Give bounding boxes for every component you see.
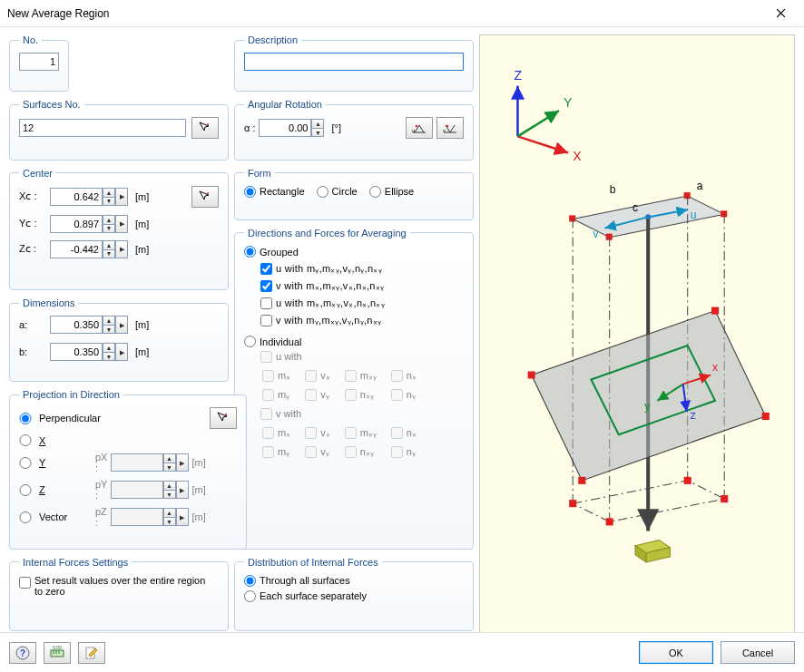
surfaces-input[interactable] (19, 119, 186, 137)
zc-spin-up[interactable]: ▲ (103, 240, 115, 249)
no-input[interactable] (19, 53, 59, 71)
v-nx-check[interactable]: nₓ (391, 427, 417, 439)
svg-text:x: x (712, 361, 718, 374)
mode-grouped-radio[interactable]: Grouped (244, 246, 455, 258)
zc-aux-button[interactable]: ▶ (115, 240, 128, 258)
py-spin-up[interactable]: ▲ (163, 481, 176, 490)
xc-spin-down[interactable]: ▼ (103, 197, 115, 206)
form-group: Form Rectangle Circle Ellipse (234, 168, 474, 220)
svg-marker-31 (532, 311, 766, 481)
b-spin-down[interactable]: ▼ (103, 352, 115, 361)
individual-u-check[interactable]: u with (260, 351, 302, 363)
orient-v-button[interactable]: v (436, 117, 464, 139)
grouped-check-2[interactable]: v with mₓ,mₓᵧ,vₓ,nₓ,nₓᵧ (260, 280, 455, 292)
ifs-zero-check[interactable]: Set result values over the entire region… (19, 575, 210, 597)
xc-aux-button[interactable]: ▶ (115, 188, 128, 206)
b-input[interactable] (50, 343, 103, 361)
surfaces-legend: Surfaces No. (19, 99, 84, 110)
u-ny-check[interactable]: nᵧ (391, 389, 416, 401)
dist-all-radio[interactable]: Through all surfaces (244, 575, 455, 587)
u-vx-check[interactable]: vₓ (305, 370, 330, 382)
pz-spin-down[interactable]: ▼ (163, 517, 176, 526)
form-rectangle-radio[interactable]: Rectangle (244, 186, 305, 198)
form-circle-radio[interactable]: Circle (317, 186, 358, 198)
xc-label: Xᴄ : (19, 190, 46, 202)
help-icon: ? (15, 645, 31, 661)
a-unit: [m] (135, 319, 149, 330)
u-my-check[interactable]: mᵧ (262, 389, 289, 401)
v-vy-check[interactable]: vᵧ (305, 446, 329, 458)
pz-spin-up[interactable]: ▲ (163, 508, 176, 517)
u-nxy-check[interactable]: nₓᵧ (345, 389, 374, 401)
alpha-input[interactable] (259, 119, 311, 137)
pick-surfaces-button[interactable] (191, 117, 219, 139)
v-vx-check[interactable]: vₓ (305, 427, 330, 439)
xc-spin-up[interactable]: ▲ (103, 188, 115, 197)
yc-spin-down[interactable]: ▼ (103, 224, 115, 233)
individual-v-check[interactable]: v with (260, 408, 301, 420)
yc-aux-button[interactable]: ▶ (115, 215, 128, 233)
orient-u-button[interactable]: u (406, 117, 433, 139)
help-button[interactable]: ? (9, 642, 36, 664)
pz-aux-button[interactable]: ▶ (176, 508, 189, 526)
grouped-check-3-label: u with mₓ,mₓᵧ,vₓ,nₓ,nₓᵧ (276, 297, 385, 309)
py-aux-button[interactable]: ▶ (176, 481, 189, 499)
py-spin-down[interactable]: ▼ (163, 490, 176, 499)
form-ellipse-radio[interactable]: Ellipse (369, 186, 414, 198)
px-spin-down[interactable]: ▼ (163, 463, 176, 472)
grouped-check-4[interactable]: v with mᵧ,mₓᵧ,vᵧ,nᵧ,nₓᵧ (260, 315, 455, 326)
proj-vector-radio[interactable] (19, 511, 32, 523)
ruler-icon: 0.00 (49, 645, 65, 661)
dist-all-label: Through all surfaces (260, 575, 350, 586)
v-mx-check[interactable]: mₓ (262, 427, 290, 439)
px-spin-up[interactable]: ▲ (163, 453, 176, 463)
svg-line-11 (517, 111, 559, 136)
proj-y-radio[interactable] (19, 457, 32, 469)
proj-x-radio[interactable] (19, 434, 32, 446)
internal-forces-legend: Internal Forces Settings (19, 557, 132, 568)
pick-projection-button[interactable] (210, 407, 237, 429)
alpha-spin-down[interactable]: ▼ (311, 128, 324, 137)
grouped-check-1[interactable]: u with mᵧ,mₓᵧ,vᵧ,nᵧ,nₓᵧ (260, 263, 455, 275)
u-mxy-check[interactable]: mₓᵧ (345, 370, 377, 382)
px-aux-button[interactable]: ▶ (176, 453, 189, 472)
py-input[interactable] (111, 481, 163, 499)
b-aux-button[interactable]: ▶ (115, 343, 128, 361)
cancel-button[interactable]: Cancel (721, 641, 795, 664)
dist-each-radio[interactable]: Each surface separately (244, 590, 455, 602)
xc-input[interactable] (50, 188, 103, 206)
proj-z-radio[interactable] (19, 484, 32, 496)
units-button[interactable]: 0.00 (44, 642, 71, 664)
b-spin-up[interactable]: ▲ (103, 343, 115, 352)
v-nxy-check[interactable]: nₓᵧ (345, 446, 374, 458)
v-ny-check[interactable]: nᵧ (391, 446, 416, 458)
directions-group: Directions and Forces for Averaging Grou… (234, 228, 474, 550)
a-spin-down[interactable]: ▼ (103, 325, 115, 334)
svg-text:u: u (412, 128, 415, 133)
pz-input[interactable] (111, 508, 163, 526)
zc-input[interactable] (50, 240, 103, 258)
yc-input[interactable] (50, 215, 103, 233)
form-legend: Form (244, 168, 275, 179)
zc-spin-down[interactable]: ▼ (103, 249, 115, 258)
mode-individual-radio[interactable]: Individual (244, 336, 464, 347)
grouped-check-3[interactable]: u with mₓ,mₓᵧ,vₓ,nₓ,nₓᵧ (260, 297, 455, 309)
pick-center-button[interactable] (191, 186, 219, 208)
a-aux-button[interactable]: ▶ (115, 316, 128, 334)
svg-rect-32 (528, 371, 535, 378)
alpha-spin-up[interactable]: ▲ (311, 119, 324, 128)
a-spin-up[interactable]: ▲ (103, 316, 115, 325)
ok-button[interactable]: OK (639, 641, 713, 664)
px-input[interactable] (111, 453, 163, 472)
u-mx-check[interactable]: mₓ (262, 370, 290, 382)
u-vy-check[interactable]: vᵧ (305, 389, 329, 401)
description-input[interactable] (244, 53, 464, 71)
yc-spin-up[interactable]: ▲ (103, 215, 115, 224)
v-my-check[interactable]: mᵧ (262, 446, 289, 458)
a-input[interactable] (50, 316, 103, 334)
v-mxy-check[interactable]: mₓᵧ (345, 427, 377, 439)
proj-perp-radio[interactable] (19, 413, 32, 424)
close-button[interactable] (762, 1, 799, 26)
notes-button[interactable] (78, 642, 105, 664)
u-nx-check[interactable]: nₓ (391, 370, 417, 382)
